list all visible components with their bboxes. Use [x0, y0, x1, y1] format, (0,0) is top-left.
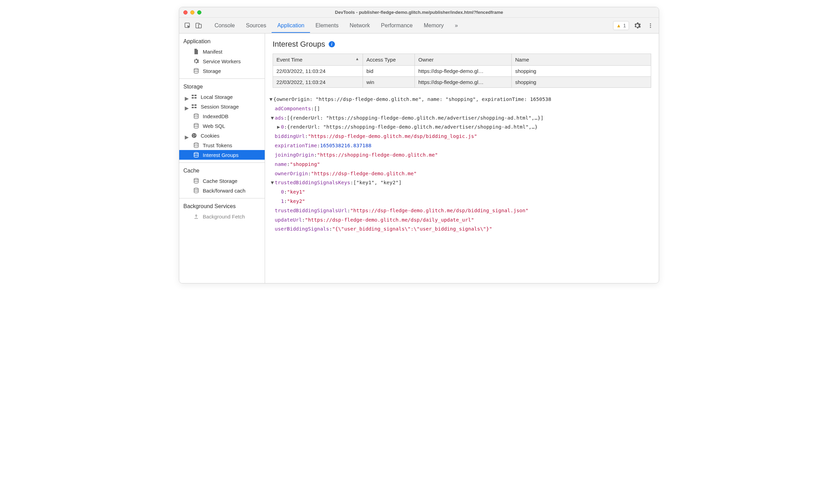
tree-prop[interactable]: ▶ 0: {renderUrl: "https://shopping-fledg…: [268, 122, 659, 132]
cell-type: win: [363, 77, 415, 88]
sidebar-item-local-storage[interactable]: ▶ Local Storage: [179, 92, 265, 102]
sidebar-item-storage[interactable]: Storage: [179, 66, 265, 76]
tree-prop[interactable]: expirationTime: 1650538216.837188: [268, 141, 659, 150]
tab-performance[interactable]: Performance: [375, 18, 418, 33]
more-options-icon[interactable]: [646, 21, 655, 30]
sidebar-item-cookies[interactable]: ▶ Cookies: [179, 131, 265, 140]
tree-prop[interactable]: ▼ ads: [{renderUrl: "https://shopping-fl…: [268, 113, 659, 123]
expand-icon[interactable]: ▶: [185, 95, 188, 98]
sidebar-item-label: Web SQL: [203, 123, 225, 129]
section-heading-cache: Cache: [179, 166, 265, 176]
svg-rect-13: [192, 107, 194, 108]
tab-application[interactable]: Application: [272, 18, 310, 33]
svg-rect-7: [192, 95, 194, 96]
svg-point-4: [650, 25, 651, 26]
settings-icon[interactable]: [632, 21, 642, 30]
sidebar-item-interest-groups[interactable]: Interest Groups: [179, 150, 265, 160]
panel-tabs: Console Sources Application Elements Net…: [209, 18, 612, 33]
sidebar-item-bg-fetch[interactable]: Background Fetch: [179, 212, 265, 221]
chevron-down-icon[interactable]: ▼: [268, 95, 273, 104]
col-name[interactable]: Name: [512, 54, 651, 66]
toolbar: Console Sources Application Elements Net…: [179, 18, 659, 34]
chevron-right-icon[interactable]: ▶: [276, 122, 281, 132]
tab-console[interactable]: Console: [209, 18, 240, 33]
svg-point-22: [194, 152, 198, 154]
svg-rect-10: [194, 97, 197, 99]
device-toolbar-icon[interactable]: [194, 21, 203, 30]
database-icon: [193, 113, 199, 119]
tree-prop[interactable]: name: "shopping": [268, 160, 659, 169]
tree-prop[interactable]: adComponents: []: [268, 104, 659, 113]
devtools-window: DevTools - publisher-fledge-demo.glitch.…: [179, 7, 659, 283]
svg-rect-12: [194, 104, 197, 106]
table-row[interactable]: 22/03/2022, 11:03:24 bid https://dsp-fle…: [273, 66, 651, 77]
sidebar-item-service-workers[interactable]: Service Workers: [179, 56, 265, 66]
col-owner[interactable]: Owner: [415, 54, 512, 66]
sidebar-item-label: Back/forward cach: [203, 188, 245, 194]
svg-point-15: [194, 114, 198, 115]
sidebar-item-label: Cookies: [201, 133, 219, 139]
sidebar-item-indexeddb[interactable]: IndexedDB: [179, 111, 265, 121]
svg-point-17: [192, 133, 197, 138]
sidebar-item-session-storage[interactable]: ▶ Session Storage: [179, 102, 265, 111]
svg-point-6: [194, 68, 198, 70]
sidebar-item-websql[interactable]: Web SQL: [179, 121, 265, 131]
tree-prop[interactable]: biddingUrl: "https://dsp-fledge-demo.gli…: [268, 132, 659, 141]
tab-elements[interactable]: Elements: [310, 18, 344, 33]
tree-prop[interactable]: joiningOrigin: "https://shopping-fledge-…: [268, 150, 659, 160]
chevron-down-icon[interactable]: ▼: [270, 178, 275, 187]
maximize-window-button[interactable]: [197, 10, 201, 15]
info-icon[interactable]: i: [329, 41, 335, 47]
inspect-element-icon[interactable]: [183, 21, 192, 30]
expand-icon[interactable]: ▶: [185, 134, 188, 137]
section-application: Application Manifest Service Workers: [179, 34, 265, 79]
svg-rect-8: [194, 95, 197, 96]
tree-prop[interactable]: trustedBiddingSignalsUrl: "https://dsp-f…: [268, 206, 659, 215]
tree-prop[interactable]: ownerOrigin: "https://dsp-fledge-demo.gl…: [268, 169, 659, 178]
col-access-type[interactable]: Access Type: [363, 54, 415, 66]
tab-network[interactable]: Network: [344, 18, 375, 33]
sidebar-item-bf-cache[interactable]: Back/forward cach: [179, 186, 265, 195]
svg-point-16: [194, 123, 198, 125]
svg-point-18: [193, 134, 194, 135]
tab-sources[interactable]: Sources: [240, 18, 272, 33]
svg-point-24: [194, 188, 198, 189]
sidebar-item-manifest[interactable]: Manifest: [179, 47, 265, 56]
main-panel: Interest Groups i Event Time ▲ Access Ty…: [265, 34, 659, 283]
tree-prop[interactable]: 1: "key2": [268, 197, 659, 206]
tree-prop[interactable]: updateUrl: "https://dsp-fledge-demo.glit…: [268, 215, 659, 225]
window-controls: [183, 10, 201, 15]
svg-point-20: [193, 136, 194, 137]
cookie-icon: [191, 132, 197, 139]
database-icon: [193, 142, 199, 148]
svg-rect-25: [194, 218, 198, 219]
sidebar-item-label: Cache Storage: [203, 178, 237, 184]
svg-point-3: [650, 23, 651, 24]
tree-root[interactable]: ▼ {ownerOrigin: "https://dsp-fledge-demo…: [268, 95, 659, 104]
sidebar-item-label: Session Storage: [201, 104, 239, 110]
tree-prop[interactable]: 0: "key1": [268, 187, 659, 197]
tree-prop[interactable]: userBiddingSignals: "{\"user_bidding_sig…: [268, 224, 659, 234]
col-event-time[interactable]: Event Time ▲: [273, 54, 363, 66]
close-window-button[interactable]: [183, 10, 188, 15]
sidebar-item-label: Service Workers: [203, 58, 241, 64]
issues-count: 1: [623, 23, 626, 28]
sidebar-item-trust-tokens[interactable]: Trust Tokens: [179, 140, 265, 150]
database-icon: [193, 178, 199, 184]
expand-icon[interactable]: ▶: [185, 105, 188, 108]
issues-indicator[interactable]: ▲ 1: [613, 21, 629, 30]
sidebar-item-label: Storage: [203, 68, 221, 74]
sidebar-item-label: Interest Groups: [203, 152, 238, 158]
chevron-down-icon[interactable]: ▼: [270, 113, 275, 123]
sidebar-item-cache-storage[interactable]: Cache Storage: [179, 176, 265, 186]
minimize-window-button[interactable]: [190, 10, 194, 15]
window-title: DevTools - publisher-fledge-demo.glitch.…: [179, 10, 659, 15]
sidebar-item-label: Local Storage: [201, 94, 233, 100]
more-tabs-icon[interactable]: »: [449, 18, 463, 33]
tree-prop[interactable]: ▼ trustedBiddingSignalsKeys: ["key1", "k…: [268, 178, 659, 187]
table-row[interactable]: 22/03/2022, 11:03:24 win https://dsp-fle…: [273, 77, 651, 88]
upload-icon: [193, 213, 199, 220]
cell-owner: https://dsp-fledge-demo.gl…: [415, 66, 512, 77]
svg-point-23: [194, 178, 198, 180]
tab-memory[interactable]: Memory: [418, 18, 449, 33]
